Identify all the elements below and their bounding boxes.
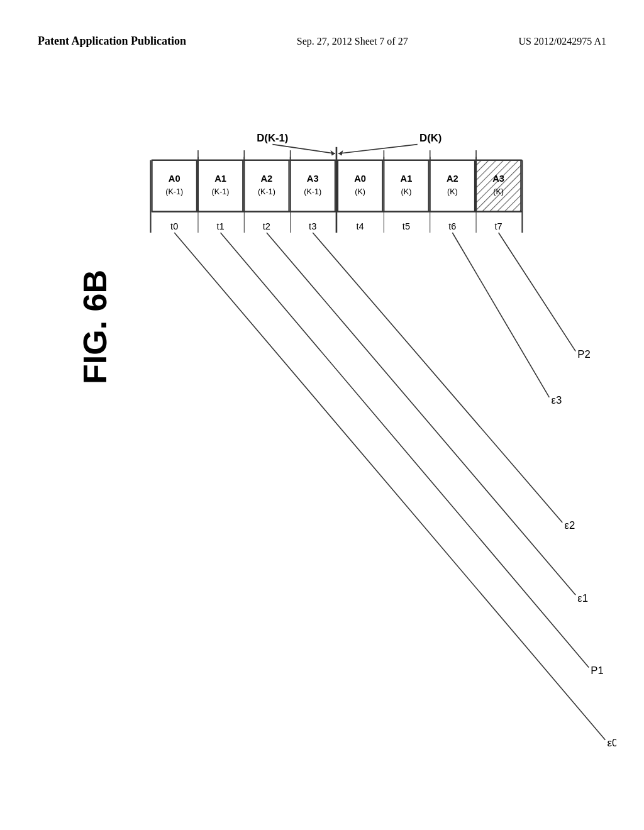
svg-text:t1: t1 <box>216 221 224 231</box>
svg-text:A2: A2 <box>261 174 273 184</box>
svg-line-32 <box>272 145 335 154</box>
svg-rect-22 <box>430 160 475 212</box>
svg-rect-16 <box>338 160 382 212</box>
figure-diagram: A0 (K-1) A1 (K-1) A2 (K-1) A3 (K-1) A0 (… <box>113 94 616 786</box>
svg-text:t7: t7 <box>495 221 502 231</box>
svg-line-55 <box>499 233 576 351</box>
svg-text:D(K): D(K) <box>419 132 441 144</box>
svg-rect-19 <box>384 160 428 212</box>
svg-text:(K): (K) <box>401 187 412 196</box>
page-header: Patent Application Publication Sep. 27, … <box>0 35 644 48</box>
publication-number: US 2012/0242975 A1 <box>518 36 606 47</box>
svg-text:P2: P2 <box>577 348 590 360</box>
svg-text:(K): (K) <box>493 187 504 196</box>
svg-line-45 <box>174 233 605 740</box>
publication-date: Sep. 27, 2012 Sheet 7 of 27 <box>297 36 408 47</box>
svg-text:ε2: ε2 <box>564 519 575 531</box>
figure-label: FIG. 6B <box>76 270 114 384</box>
svg-rect-12 <box>291 160 335 212</box>
svg-text:ε1: ε1 <box>577 592 588 604</box>
svg-text:(K-1): (K-1) <box>304 187 321 196</box>
svg-line-49 <box>267 233 575 595</box>
svg-rect-25 <box>476 160 521 212</box>
svg-text:t0: t0 <box>170 221 178 231</box>
svg-text:t6: t6 <box>448 221 456 231</box>
svg-text:A0: A0 <box>169 174 180 184</box>
svg-text:t3: t3 <box>309 221 316 231</box>
svg-text:P1: P1 <box>591 665 604 677</box>
svg-line-35 <box>338 145 418 154</box>
svg-text:(K): (K) <box>447 187 458 196</box>
svg-text:ε0: ε0 <box>608 737 616 749</box>
svg-text:A3: A3 <box>307 174 319 184</box>
svg-text:A2: A2 <box>447 174 458 184</box>
svg-text:ε3: ε3 <box>551 394 562 406</box>
svg-text:D(K-1): D(K-1) <box>257 132 288 144</box>
svg-text:A0: A0 <box>354 174 366 184</box>
svg-text:A1: A1 <box>214 174 226 184</box>
svg-rect-9 <box>244 160 289 212</box>
svg-text:(K-1): (K-1) <box>212 187 230 196</box>
svg-line-53 <box>452 233 549 397</box>
svg-text:A1: A1 <box>401 174 413 184</box>
svg-text:t4: t4 <box>357 221 364 231</box>
svg-marker-36 <box>338 150 343 155</box>
publication-title: Patent Application Publication <box>38 35 186 48</box>
svg-text:(K): (K) <box>355 187 365 196</box>
svg-rect-3 <box>152 160 197 212</box>
svg-text:t2: t2 <box>263 221 270 231</box>
svg-line-47 <box>221 233 589 667</box>
svg-text:(K-1): (K-1) <box>258 187 275 196</box>
svg-rect-6 <box>198 160 243 212</box>
svg-text:t5: t5 <box>402 221 410 231</box>
svg-marker-33 <box>331 150 335 155</box>
svg-text:A3: A3 <box>492 174 504 184</box>
svg-text:(K-1): (K-1) <box>165 187 183 196</box>
svg-line-51 <box>313 233 562 523</box>
